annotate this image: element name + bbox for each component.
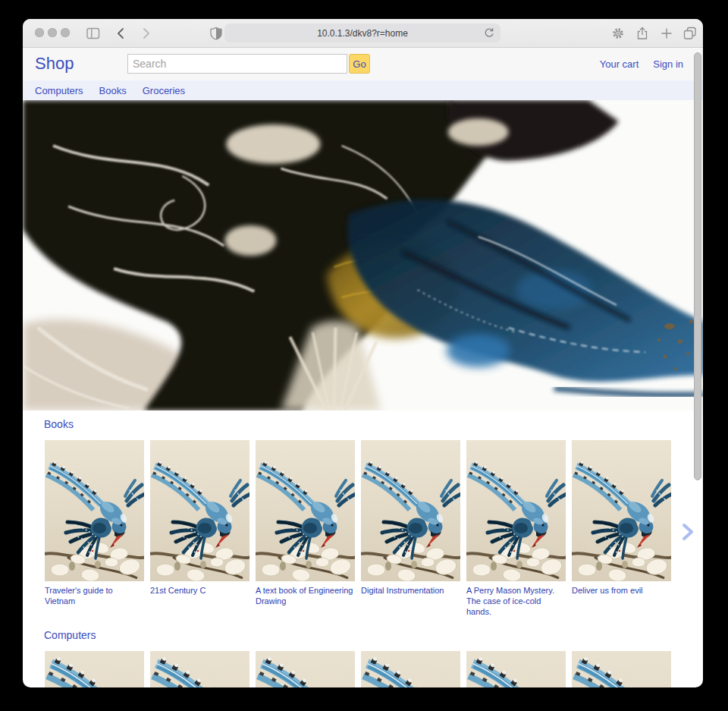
product-card[interactable]: A text book of Engineering Drawing — [256, 440, 355, 606]
computers-product-row — [23, 651, 703, 687]
product-image[interactable] — [256, 651, 355, 687]
product-image[interactable] — [150, 651, 249, 687]
books-section: Books Traveler's guide to Vietnam 21st C… — [23, 418, 703, 617]
settings-gear-icon[interactable] — [611, 27, 625, 40]
your-cart-link[interactable]: Your cart — [600, 58, 639, 70]
product-title[interactable]: A Perry Mason Mystery. The case of ice-c… — [466, 585, 566, 617]
search-go-button[interactable]: Go — [349, 54, 370, 74]
books-product-row: Traveler's guide to Vietnam 21st Century… — [23, 440, 703, 617]
privacy-shield-icon[interactable] — [209, 27, 223, 40]
scrollbar-thumb[interactable] — [694, 52, 701, 480]
product-card[interactable]: A Perry Mason Mystery. The case of ice-c… — [466, 440, 566, 617]
computers-section-title[interactable]: Computers — [44, 629, 703, 641]
product-image[interactable] — [466, 440, 566, 581]
product-image[interactable] — [361, 651, 460, 687]
product-image[interactable] — [572, 440, 671, 581]
forward-icon[interactable] — [139, 27, 152, 40]
zoom-window-button[interactable] — [61, 28, 70, 37]
nav-link-groceries[interactable]: Groceries — [143, 85, 185, 96]
product-image[interactable] — [572, 651, 671, 687]
category-nav: Computers Books Groceries — [23, 80, 703, 100]
product-card[interactable] — [361, 651, 460, 687]
product-image[interactable] — [45, 440, 144, 581]
back-icon[interactable] — [115, 27, 128, 40]
sidebar-icon[interactable] — [86, 27, 100, 40]
product-card[interactable]: Digital Instrumentation — [361, 440, 460, 596]
chevron-right-icon — [679, 523, 696, 541]
product-card[interactable] — [256, 651, 355, 687]
product-card[interactable]: 21st Century C — [150, 440, 249, 596]
product-card[interactable] — [45, 651, 144, 687]
address-bar[interactable]: 10.0.1.3/dkv8?r=home — [224, 24, 500, 42]
minimize-window-button[interactable] — [48, 28, 57, 37]
carousel-next-button[interactable] — [679, 523, 696, 541]
product-card[interactable]: Deliver us from evil — [572, 440, 671, 596]
product-title[interactable]: A text book of Engineering Drawing — [256, 585, 355, 606]
reload-icon[interactable] — [483, 27, 495, 39]
product-image[interactable] — [466, 651, 566, 687]
site-header: Shop Go Your cart Sign in — [23, 48, 703, 80]
computers-section: Computers — [23, 629, 703, 687]
search-input[interactable] — [127, 54, 347, 74]
product-image[interactable] — [45, 651, 144, 687]
sign-in-link[interactable]: Sign in — [653, 58, 683, 70]
browser-window: 10.0.1.3/dkv8?r=home — [23, 19, 703, 687]
product-image[interactable] — [361, 440, 460, 581]
tab-overview-icon[interactable] — [683, 27, 697, 40]
product-title[interactable]: Traveler's guide to Vietnam — [45, 585, 144, 606]
nav-link-computers[interactable]: Computers — [35, 85, 83, 96]
hero-banner-image — [23, 100, 703, 411]
nav-link-books[interactable]: Books — [99, 85, 127, 96]
desktop: 10.0.1.3/dkv8?r=home — [0, 0, 728, 711]
product-card[interactable] — [150, 651, 249, 687]
new-tab-icon[interactable] — [660, 27, 673, 40]
product-card[interactable] — [466, 651, 566, 687]
product-card[interactable] — [572, 651, 671, 687]
product-image[interactable] — [150, 440, 249, 581]
product-card[interactable]: Traveler's guide to Vietnam — [45, 440, 144, 606]
brand-link[interactable]: Shop — [35, 54, 74, 74]
header-links: Your cart Sign in — [600, 58, 683, 70]
product-title[interactable]: Digital Instrumentation — [361, 585, 460, 596]
product-image[interactable] — [256, 440, 355, 581]
close-window-button[interactable] — [35, 28, 44, 37]
browser-toolbar: 10.0.1.3/dkv8?r=home — [23, 19, 703, 48]
product-title[interactable]: 21st Century C — [150, 585, 249, 596]
books-section-title[interactable]: Books — [44, 418, 703, 430]
address-bar-url: 10.0.1.3/dkv8?r=home — [317, 28, 408, 39]
share-icon[interactable] — [635, 27, 649, 40]
product-title[interactable]: Deliver us from evil — [572, 585, 671, 596]
